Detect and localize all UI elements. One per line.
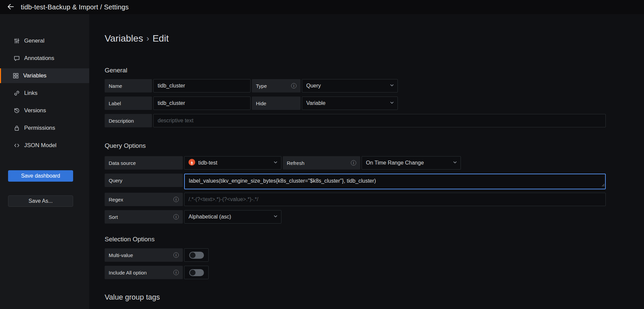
code-icon xyxy=(14,142,20,148)
window-title: tidb-test-Backup & Import / Settings xyxy=(21,3,129,11)
grid-icon xyxy=(13,73,19,79)
selection-options-heading: Selection Options xyxy=(105,236,606,243)
chevron-down-icon xyxy=(390,83,394,89)
sort-label: Sort i xyxy=(105,210,183,224)
description-label: Description xyxy=(105,114,152,127)
page-title: Variables › Edit xyxy=(105,33,606,44)
sidebar-item-label: General xyxy=(24,38,44,44)
description-input[interactable] xyxy=(153,114,606,127)
save-dashboard-button[interactable]: Save dashboard xyxy=(8,170,73,182)
sidebar-item-links[interactable]: Links xyxy=(0,86,89,101)
multi-value-label: Multi-value i xyxy=(105,248,183,262)
refresh-label: Refresh i xyxy=(283,156,360,170)
info-icon[interactable]: i xyxy=(351,160,356,166)
sidebar-item-label: JSON Model xyxy=(24,142,56,149)
query-input[interactable]: label_values(tikv_engine_size_bytes{k8s_… xyxy=(184,174,606,189)
sidebar-item-versions[interactable]: Versions xyxy=(0,103,89,118)
chevron-down-icon xyxy=(390,100,394,106)
hide-select[interactable]: Variable xyxy=(302,97,398,110)
sidebar-item-label: Variables xyxy=(23,72,47,79)
arrow-left-icon xyxy=(7,3,15,12)
sidebar-item-label: Annotations xyxy=(24,55,54,62)
refresh-select[interactable]: On Time Range Change xyxy=(362,156,461,170)
sidebar-item-json-model[interactable]: JSON Model xyxy=(0,138,89,153)
info-icon[interactable]: i xyxy=(173,214,179,220)
datasource-refresh-row: Data source tidb-test Refresh i On Time … xyxy=(105,156,606,170)
hide-label: Hide xyxy=(252,97,301,110)
topbar: tidb-test-Backup & Import / Settings xyxy=(0,0,644,14)
save-as-button[interactable]: Save As... xyxy=(8,195,73,207)
sidebar-item-label: Versions xyxy=(24,107,46,114)
include-all-row: Include All option i xyxy=(105,266,606,279)
toggle-knob xyxy=(190,270,196,275)
chevron-down-icon xyxy=(273,214,278,220)
include-all-toggle[interactable] xyxy=(184,266,209,279)
type-label: Type i xyxy=(252,79,301,92)
label-hide-row: Label Hide Variable xyxy=(105,97,606,110)
general-section-heading: General xyxy=(105,67,606,74)
multi-value-row: Multi-value i xyxy=(105,248,606,262)
lock-icon xyxy=(14,125,20,131)
breadcrumb-variables[interactable]: Variables xyxy=(105,33,143,44)
name-label: Name xyxy=(105,79,152,92)
description-row: Description xyxy=(105,114,606,127)
query-label: Query xyxy=(105,174,183,187)
sidebar-item-permissions[interactable]: Permissions xyxy=(0,121,89,135)
info-icon[interactable]: i xyxy=(291,83,297,88)
back-button[interactable] xyxy=(5,1,17,13)
datasource-select[interactable]: tidb-test xyxy=(184,156,281,170)
query-options-heading: Query Options xyxy=(105,142,606,149)
regex-label: Regex i xyxy=(105,193,183,206)
multi-value-toggle[interactable] xyxy=(184,248,209,262)
name-type-row: Name Type i Query xyxy=(105,79,606,92)
value-group-tags-heading: Value group tags xyxy=(105,293,606,302)
sidebar-item-variables[interactable]: Variables xyxy=(0,68,89,83)
info-icon[interactable]: i xyxy=(173,197,179,202)
link-icon xyxy=(14,90,20,96)
sidebar-item-general[interactable]: General xyxy=(0,34,89,48)
main-content: Variables › Edit General Name Type i Que… xyxy=(89,14,644,309)
settings-sidebar: General Annotations Variables Links xyxy=(0,14,89,309)
label-input[interactable] xyxy=(153,97,251,110)
chevron-right-icon: › xyxy=(147,33,149,44)
sort-select[interactable]: Alphabetical (asc) xyxy=(184,210,281,224)
chevron-down-icon xyxy=(273,160,278,166)
label-label: Label xyxy=(105,97,152,110)
settings-nav: General Annotations Variables Links xyxy=(0,34,89,153)
sliders-icon xyxy=(14,38,20,44)
regex-input[interactable] xyxy=(184,193,606,206)
breadcrumb-edit: Edit xyxy=(153,33,169,44)
include-all-label: Include All option i xyxy=(105,266,183,279)
regex-row: Regex i xyxy=(105,193,606,206)
type-select[interactable]: Query xyxy=(302,79,398,92)
info-icon[interactable]: i xyxy=(173,252,179,258)
toggle-knob xyxy=(190,252,196,258)
prometheus-icon xyxy=(189,159,195,167)
info-icon[interactable]: i xyxy=(173,270,179,275)
sidebar-item-annotations[interactable]: Annotations xyxy=(0,51,89,66)
toggle-track xyxy=(189,269,204,276)
sort-row: Sort i Alphabetical (asc) xyxy=(105,210,606,224)
comment-icon xyxy=(14,55,20,61)
toggle-track xyxy=(189,252,204,259)
history-icon xyxy=(14,108,20,114)
sidebar-item-label: Permissions xyxy=(24,125,55,131)
name-input[interactable] xyxy=(153,79,251,92)
sidebar-item-label: Links xyxy=(24,90,38,97)
datasource-label: Data source xyxy=(105,156,183,170)
chevron-down-icon xyxy=(453,160,457,166)
query-row: Query label_values(tikv_engine_size_byte… xyxy=(105,174,606,189)
